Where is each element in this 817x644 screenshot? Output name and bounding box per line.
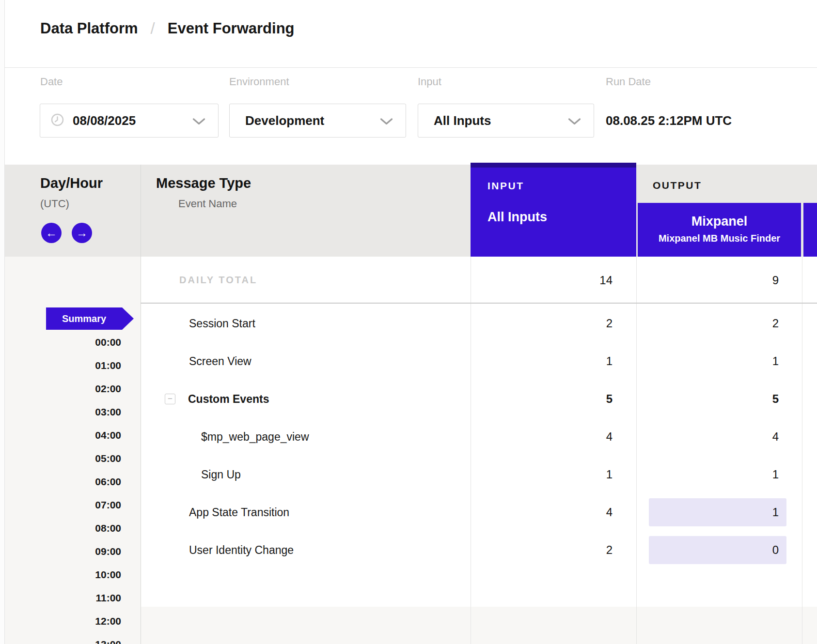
hour-slot[interactable]: 10:00 bbox=[5, 563, 141, 586]
row-label: User Identity Change bbox=[189, 531, 294, 569]
input-value: All Inputs bbox=[434, 113, 491, 128]
input-column-header[interactable]: INPUT All Inputs bbox=[471, 163, 636, 257]
output-count: 1 bbox=[772, 456, 779, 493]
input-column-name: All Inputs bbox=[487, 210, 636, 225]
daily-total-output-count: 9 bbox=[772, 257, 779, 304]
hour-list: 00:00 01:00 02:00 03:00 04:00 05:00 06:0… bbox=[5, 331, 141, 644]
output-count: 0 bbox=[649, 536, 786, 564]
hour-slot[interactable]: 13:00 bbox=[5, 633, 141, 644]
table-row: User Identity Change 2 0 bbox=[141, 531, 817, 569]
table-row: $mp_web_page_view 4 4 bbox=[141, 418, 817, 456]
left-gutter bbox=[0, 0, 5, 644]
input-count: 4 bbox=[606, 418, 613, 456]
chevron-down-icon bbox=[568, 118, 581, 127]
minus-glyph: − bbox=[168, 394, 173, 403]
hour-slot[interactable]: 02:00 bbox=[5, 377, 141, 400]
summary-badge[interactable]: Summary bbox=[46, 307, 122, 330]
hour-slot[interactable]: 08:00 bbox=[5, 517, 141, 540]
input-section-label: INPUT bbox=[487, 180, 636, 192]
next-day-button[interactable]: → bbox=[72, 223, 92, 243]
date-label: Date bbox=[40, 76, 63, 88]
event-rows: Session Start 2 2 Screen View 1 1 − Cust… bbox=[141, 305, 817, 569]
input-count: 2 bbox=[606, 531, 613, 569]
input-label: Input bbox=[418, 76, 441, 88]
page-title: Event Forwarding bbox=[168, 20, 295, 37]
hour-slot[interactable]: 04:00 bbox=[5, 424, 141, 447]
event-forwarding-page: Data Platform / Event Forwarding Date En… bbox=[0, 0, 817, 644]
hour-slot[interactable]: 06:00 bbox=[5, 470, 141, 493]
hour-slot[interactable]: 12:00 bbox=[5, 610, 141, 633]
daily-total-label: DAILY TOTAL bbox=[179, 257, 257, 304]
chevron-down-icon bbox=[192, 118, 205, 127]
previous-day-button[interactable]: ← bbox=[41, 223, 62, 243]
environment-label: Environment bbox=[229, 76, 289, 88]
run-date-value: 08.08.25 2:12PM UTC bbox=[606, 104, 732, 138]
output-count: 1 bbox=[649, 498, 786, 526]
environment-value: Development bbox=[245, 113, 324, 128]
run-date-label: Run Date bbox=[606, 76, 651, 88]
summary-label: Summary bbox=[62, 313, 106, 324]
output-count: 2 bbox=[772, 305, 779, 342]
next-output-header-partial[interactable] bbox=[803, 203, 817, 257]
date-select[interactable]: 08/08/2025 bbox=[40, 104, 219, 138]
top-bar: Data Platform / Event Forwarding bbox=[5, 0, 817, 68]
output-count-highlight: 0 bbox=[649, 536, 786, 564]
daily-total-row: DAILY TOTAL 14 9 bbox=[141, 257, 817, 304]
chevron-down-icon bbox=[380, 118, 393, 127]
row-label: Sign Up bbox=[201, 456, 241, 493]
input-select[interactable]: All Inputs bbox=[418, 104, 594, 138]
row-label: Session Start bbox=[189, 305, 255, 342]
date-value: 08/08/2025 bbox=[73, 113, 136, 128]
hour-slot[interactable]: 07:00 bbox=[5, 493, 141, 517]
hour-slot[interactable]: 05:00 bbox=[5, 447, 141, 470]
row-label: Screen View bbox=[189, 342, 251, 380]
hour-slot[interactable]: 03:00 bbox=[5, 400, 141, 424]
output-count: 5 bbox=[772, 380, 779, 418]
event-name-subtitle: Event Name bbox=[178, 198, 237, 210]
table-row: App State Transition 4 1 bbox=[141, 493, 817, 531]
input-count: 1 bbox=[606, 456, 613, 493]
hour-slot[interactable]: 00:00 bbox=[5, 331, 141, 354]
table-row: Sign Up 1 1 bbox=[141, 456, 817, 493]
input-count: 1 bbox=[606, 342, 613, 380]
day-hour-subtitle: (UTC) bbox=[40, 198, 69, 210]
breadcrumb: Data Platform / Event Forwarding bbox=[40, 19, 295, 38]
input-column-accent-strip bbox=[471, 163, 636, 168]
row-label: App State Transition bbox=[189, 493, 289, 531]
daily-total-input-count: 14 bbox=[599, 257, 613, 304]
environment-select[interactable]: Development bbox=[229, 104, 406, 138]
hour-slot[interactable]: 09:00 bbox=[5, 540, 141, 563]
hours-column: Summary 00:00 01:00 02:00 03:00 04:00 05… bbox=[5, 257, 141, 644]
input-count: 2 bbox=[606, 305, 613, 342]
output-count: 1 bbox=[772, 342, 779, 380]
arrow-left-icon: ← bbox=[46, 226, 57, 239]
input-count: 4 bbox=[606, 493, 613, 531]
table-row: − Custom Events 5 5 bbox=[141, 380, 817, 418]
breadcrumb-section[interactable]: Data Platform bbox=[40, 20, 138, 37]
clock-icon bbox=[51, 113, 64, 128]
row-label: $mp_web_page_view bbox=[201, 418, 309, 456]
output-subtitle: Mixpanel MB Music Finder bbox=[638, 233, 801, 244]
message-type-header: Message Type bbox=[156, 175, 251, 191]
hour-slot[interactable]: 11:00 bbox=[5, 586, 141, 610]
collapse-icon[interactable]: − bbox=[165, 394, 175, 404]
table-footer-area bbox=[141, 607, 817, 644]
input-count: 5 bbox=[606, 380, 613, 418]
output-section-label: OUTPUT bbox=[653, 180, 702, 191]
output-mixpanel-header[interactable]: Mixpanel Mixpanel MB Music Finder bbox=[638, 203, 801, 257]
arrow-right-icon: → bbox=[76, 226, 88, 239]
hour-slot[interactable]: 01:00 bbox=[5, 354, 141, 377]
table-row: Session Start 2 2 bbox=[141, 305, 817, 342]
row-label: Custom Events bbox=[188, 380, 269, 418]
table-row: Screen View 1 1 bbox=[141, 342, 817, 380]
output-name: Mixpanel bbox=[638, 214, 801, 229]
day-hour-header: Day/Hour bbox=[40, 175, 103, 191]
breadcrumb-separator: / bbox=[151, 19, 155, 38]
output-count: 4 bbox=[772, 418, 779, 456]
output-count-highlight: 1 bbox=[649, 498, 786, 526]
